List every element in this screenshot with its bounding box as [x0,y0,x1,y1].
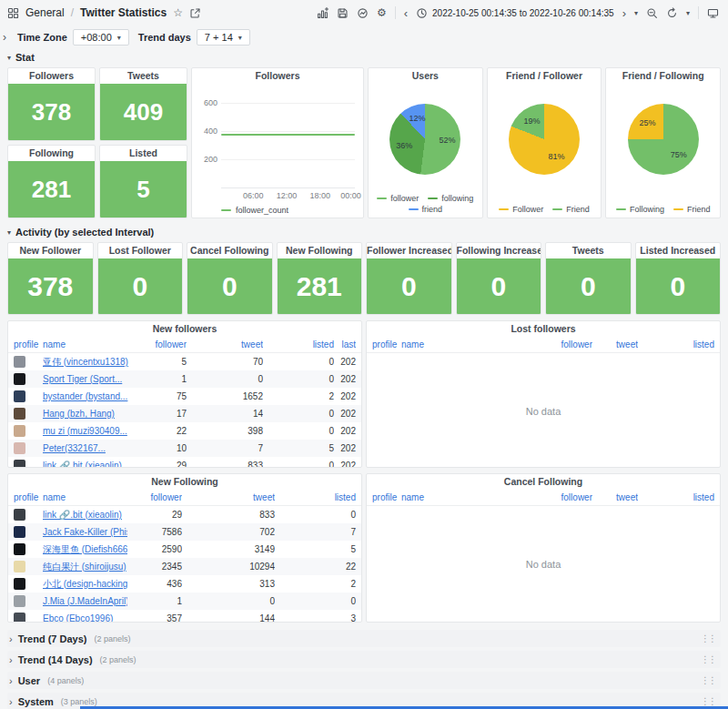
row-activity[interactable]: ▾ Activity (by selected Interval) [7,226,721,238]
time-picker-caret-icon[interactable]: ▾ [634,9,638,17]
refresh-icon[interactable] [666,7,678,19]
column-header[interactable]: profile [372,492,401,502]
panel-title[interactable]: Lost Follower [98,243,183,258]
column-header[interactable]: follower [501,339,592,349]
user-link[interactable]: Jack Fake-Killer (Phish... [43,527,127,537]
column-header[interactable]: follower [143,339,187,349]
add-panel-icon[interactable] [317,7,329,19]
row-drag-handle-icon[interactable]: ⋮⋮ [701,675,715,685]
time-shift-forward-icon[interactable]: › [622,7,626,19]
panel-title[interactable]: Cancel Following [367,474,720,490]
follower-cell: 1 [127,596,182,606]
panel-title[interactable]: Following Increased [457,243,541,258]
column-header[interactable]: last [334,339,356,349]
column-header[interactable]: name [43,492,127,502]
zoom-out-time-icon[interactable] [646,7,658,19]
trend-days-select[interactable]: 7 + 14 ▾ [197,29,250,46]
menu-expand-icon[interactable]: › [3,31,6,44]
user-link[interactable]: Hang (bzh, Hang) [43,409,115,419]
legend-item[interactable]: Friend [673,205,711,214]
column-header[interactable]: tweet [182,492,275,502]
tweet-cell: 398 [187,426,263,436]
panel-title[interactable]: New followers [8,321,361,337]
column-header[interactable]: profile [372,339,401,349]
column-header[interactable]: follower [501,492,592,502]
user-link[interactable]: 亚伟 (vincentxu1318) [43,357,128,367]
panel-title[interactable]: Follower Increased [367,243,451,258]
column-header[interactable]: tweet [187,339,263,349]
column-header[interactable]: profile [14,492,43,502]
panel-title[interactable]: Listed [100,146,187,161]
dashboard-row-collapsed[interactable]: › Trend (14 Days) (2 panels) ⋮⋮ [7,651,721,668]
column-header[interactable]: tweet [592,339,638,349]
dashboard-settings-gear-icon[interactable]: ⚙ [377,7,387,18]
user-link[interactable]: link 🔗.bit (xieaolin) [43,510,122,520]
panel-title[interactable]: Tweets [100,68,187,84]
column-header[interactable]: profile [14,339,43,349]
user-link[interactable]: 深海里鱼 (Diefish666) [43,544,127,554]
row-drag-handle-icon[interactable]: ⋮⋮ [701,633,715,643]
user-link[interactable]: Sport Tiger (Sport... [43,374,122,384]
panel-title[interactable]: Followers [8,68,95,84]
user-link[interactable]: mu zi (muzi930409... [43,426,127,436]
gridline [221,159,355,160]
timezone-select[interactable]: +08:00 ▾ [73,29,129,46]
column-header[interactable]: name [401,492,501,502]
user-link[interactable]: 小北 (design-hacking) [43,579,127,589]
panel-title[interactable]: Users [369,68,482,84]
column-header[interactable]: listed [638,339,714,349]
row-drag-handle-icon[interactable]: ⋮⋮ [701,696,715,706]
legend-item[interactable]: following [428,194,473,203]
column-header[interactable]: tweet [592,492,638,502]
breadcrumb-dashboard-title[interactable]: Twitter Statistics [80,6,167,19]
table-row: Hang (bzh, Hang) 17 14 0 202 [8,405,361,422]
panel-title[interactable]: New Following [278,243,362,258]
column-header[interactable]: name [43,339,143,349]
dashboards-grid-icon[interactable] [7,7,19,19]
dashboard-row-collapsed[interactable]: › Trend (7 Days) (2 panels) ⋮⋮ [7,630,721,647]
user-link[interactable]: link 🔗.bit (xieaolin) [43,461,122,468]
time-range-picker[interactable]: 2022-10-25 00:14:35 to 2022-10-26 00:14:… [416,7,614,19]
panel-title[interactable]: Lost followers [367,321,720,337]
breadcrumb-folder[interactable]: General [25,6,65,19]
tv-mode-icon[interactable] [707,7,719,19]
legend-item[interactable]: follower [377,194,419,203]
legend-item[interactable]: Friend [552,205,590,214]
column-header[interactable]: listed [275,492,356,502]
column-header[interactable]: listed [638,492,714,502]
dashboard-row-collapsed[interactable]: › User (4 panels) ⋮⋮ [7,672,721,689]
tables-row-1: New followers profilenamefollowertweetli… [7,320,721,468]
time-shift-back-icon[interactable]: ‹ [404,7,408,19]
user-link[interactable]: J.Mia (J.MadeInApril) [43,596,127,606]
panel-title[interactable]: Listed Increased [636,243,721,258]
legend-item[interactable]: Following [616,205,664,214]
tweet-cell: 10294 [182,562,275,572]
refresh-interval-caret-icon[interactable]: ▾ [686,9,690,17]
user-link[interactable]: Peter(332167... [43,443,106,453]
row-drag-handle-icon[interactable]: ⋮⋮ [701,654,715,664]
panel-title[interactable]: Followers [192,68,363,84]
user-link[interactable]: 纯白果汁 (shiroijusu) [43,562,126,572]
column-header[interactable]: follower [127,492,182,502]
share-icon[interactable] [189,7,201,19]
legend-item[interactable]: friend [409,205,443,214]
panel-title[interactable]: Friend / Follower [488,68,602,84]
column-header[interactable]: listed [263,339,334,349]
panel-title[interactable]: New Follower [8,243,93,258]
user-link[interactable]: bystander (bystand... [43,391,127,401]
star-icon[interactable]: ☆ [173,7,183,18]
panel-title[interactable]: New Following [8,474,361,490]
legend-item[interactable]: follower_count [221,206,288,215]
column-header[interactable]: name [401,339,501,349]
panel-title[interactable]: Cancel Following [187,243,272,258]
chevron-down-icon: ▾ [7,54,11,62]
panel-title[interactable]: Following [8,146,95,161]
panel-title[interactable]: Friend / Following [606,68,720,84]
pie-slice-label: 19% [523,116,540,126]
dashboard-insights-icon[interactable] [357,7,369,19]
save-dashboard-icon[interactable] [337,7,349,19]
panel-title[interactable]: Tweets [546,243,631,258]
user-link[interactable]: Ebco (Ebco1996) [43,613,113,623]
row-stat[interactable]: ▾ Stat [7,51,721,64]
legend-item[interactable]: Follower [499,205,543,214]
